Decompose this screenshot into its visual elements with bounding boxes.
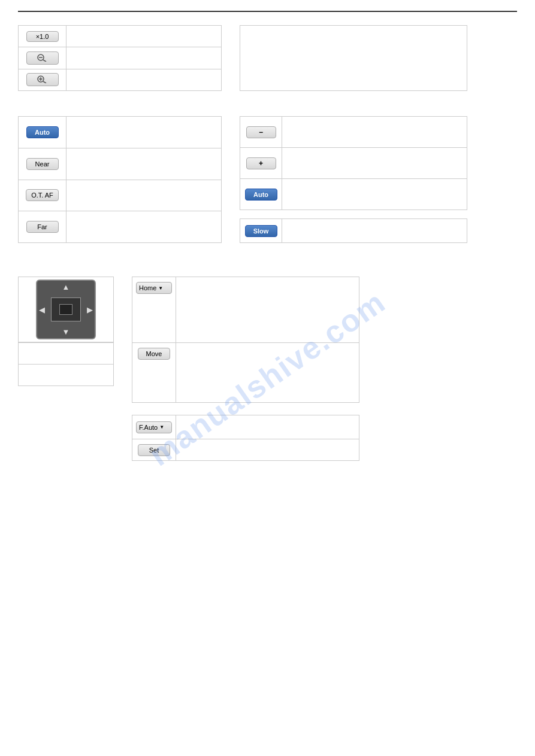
ptz-section: ▲ ▼ ◀ ▶ Home ▼ bbox=[18, 277, 517, 461]
table-row bbox=[19, 69, 222, 90]
table-row: Home ▼ bbox=[132, 277, 359, 343]
otaf-desc bbox=[67, 180, 222, 211]
focus-right-panel: − + Auto Slow bbox=[240, 116, 467, 243]
table-row: Move bbox=[132, 343, 359, 403]
auto-focus-button[interactable]: Auto bbox=[26, 126, 59, 138]
home-cell: Home ▼ bbox=[132, 277, 176, 343]
plus-desc bbox=[282, 148, 467, 179]
focus-plus-button[interactable]: + bbox=[246, 157, 276, 169]
table-row: Near bbox=[19, 148, 222, 180]
fauto-dropdown-button[interactable]: F.Auto ▼ bbox=[136, 421, 172, 433]
ptz-right-arrow[interactable]: ▶ bbox=[87, 305, 93, 314]
focus-auto-cell: Auto bbox=[240, 179, 282, 210]
fauto-label: F.Auto bbox=[139, 424, 158, 431]
top-divider bbox=[18, 11, 517, 12]
focus-section: Auto Near O.T. AF Far − bbox=[18, 116, 517, 243]
ptz-left-arrow[interactable]: ◀ bbox=[39, 305, 45, 314]
zoom-in-desc bbox=[67, 69, 222, 90]
table-row: ×1.0 bbox=[19, 26, 222, 47]
ptz-row2-desc bbox=[19, 365, 114, 386]
table-row: F.Auto ▼ bbox=[132, 415, 359, 439]
zoom-out-desc bbox=[67, 47, 222, 69]
focus-right-table: − + Auto bbox=[240, 116, 467, 210]
otaf-button[interactable]: O.T. AF bbox=[26, 189, 59, 201]
table-row: Slow bbox=[240, 219, 467, 243]
svg-line-6 bbox=[43, 81, 46, 83]
ptz-up-arrow[interactable]: ▲ bbox=[62, 283, 70, 292]
slow-table: Slow bbox=[240, 218, 467, 243]
zoom-right-box bbox=[240, 25, 467, 91]
near-cell: Near bbox=[19, 148, 67, 180]
zoom-x1-desc bbox=[67, 26, 222, 47]
table-row bbox=[19, 365, 114, 386]
slow-cell: Slow bbox=[240, 219, 282, 243]
ptz-joystick[interactable]: ▲ ▼ ◀ ▶ bbox=[36, 280, 96, 339]
move-button[interactable]: Move bbox=[138, 348, 170, 360]
home-dropdown-arrow-icon: ▼ bbox=[158, 286, 163, 291]
ptz-left-panel: ▲ ▼ ◀ ▶ bbox=[18, 277, 114, 461]
otaf-cell: O.T. AF bbox=[19, 180, 67, 211]
ptz-joystick-cell: ▲ ▼ ◀ ▶ bbox=[18, 277, 114, 342]
ptz-right-panel: Home ▼ Move F.Auto ▼ bbox=[132, 277, 359, 461]
zoom-x1-button[interactable]: ×1.0 bbox=[26, 31, 59, 42]
table-row: − bbox=[240, 117, 467, 148]
zoom-out-button[interactable] bbox=[26, 51, 59, 65]
zoom-x1-cell: ×1.0 bbox=[19, 26, 67, 47]
table-row: + bbox=[240, 148, 467, 179]
plus-cell: + bbox=[240, 148, 282, 179]
focus-left-table: Auto Near O.T. AF Far bbox=[18, 116, 222, 243]
table-row: Far bbox=[19, 211, 222, 243]
near-button[interactable]: Near bbox=[26, 158, 59, 170]
zoom-section: ×1.0 bbox=[18, 25, 517, 91]
far-desc bbox=[67, 211, 222, 243]
slow-button[interactable]: Slow bbox=[245, 225, 277, 237]
move-cell: Move bbox=[132, 343, 176, 403]
table-row bbox=[19, 343, 114, 365]
ptz-right-bottom-table: F.Auto ▼ Set bbox=[132, 415, 359, 461]
set-cell: Set bbox=[132, 439, 176, 461]
table-row: O.T. AF bbox=[19, 180, 222, 211]
home-label: Home bbox=[139, 284, 156, 292]
table-row: Auto bbox=[240, 179, 467, 210]
home-dropdown-button[interactable]: Home ▼ bbox=[136, 282, 172, 294]
move-desc bbox=[176, 343, 359, 403]
set-desc bbox=[176, 439, 359, 461]
far-button[interactable]: Far bbox=[26, 221, 59, 233]
near-desc bbox=[67, 148, 222, 180]
slow-desc bbox=[282, 219, 467, 243]
zoom-in-button[interactable] bbox=[26, 73, 59, 86]
minus-cell: − bbox=[240, 117, 282, 148]
ptz-down-arrow[interactable]: ▼ bbox=[62, 327, 70, 336]
ptz-inner-box bbox=[51, 297, 81, 321]
focus-minus-button[interactable]: − bbox=[246, 126, 276, 138]
zoom-in-cell bbox=[19, 69, 67, 90]
far-cell: Far bbox=[19, 211, 67, 243]
svg-line-2 bbox=[43, 60, 46, 62]
zoom-out-cell bbox=[19, 47, 67, 69]
fauto-dropdown-arrow-icon: ▼ bbox=[159, 424, 164, 430]
home-desc bbox=[176, 277, 359, 343]
ptz-row1-desc bbox=[19, 343, 114, 365]
ptz-right-top-table: Home ▼ Move bbox=[132, 277, 359, 403]
zoom-in-icon bbox=[37, 75, 49, 83]
table-row bbox=[19, 47, 222, 69]
fauto-cell: F.Auto ▼ bbox=[132, 415, 176, 439]
fauto-desc bbox=[176, 415, 359, 439]
ptz-bottom-table bbox=[18, 342, 114, 386]
set-button[interactable]: Set bbox=[138, 444, 170, 456]
auto-cell: Auto bbox=[19, 117, 67, 148]
focus-auto-button[interactable]: Auto bbox=[245, 189, 277, 201]
zoom-out-icon bbox=[37, 53, 49, 62]
minus-desc bbox=[282, 117, 467, 148]
table-row: Set bbox=[132, 439, 359, 461]
table-row: Auto bbox=[19, 117, 222, 148]
zoom-table: ×1.0 bbox=[18, 25, 222, 91]
auto-desc bbox=[67, 117, 222, 148]
focus-auto-desc bbox=[282, 179, 467, 210]
